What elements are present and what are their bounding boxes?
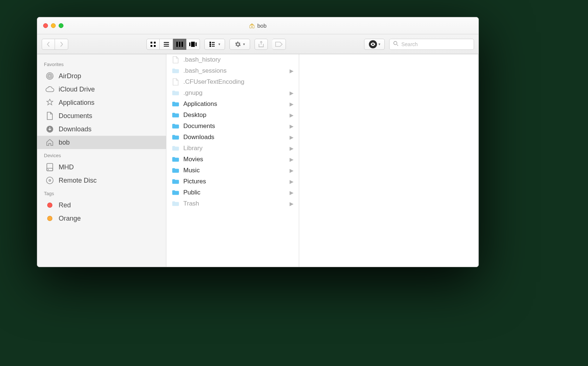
file-row[interactable]: .gnupg▶: [166, 87, 299, 99]
sidebar-item-airdrop[interactable]: AirDrop: [37, 69, 166, 83]
group-by-button[interactable]: ▾: [204, 39, 225, 50]
chevron-right-icon: ▶: [290, 68, 294, 74]
minimize-window-button[interactable]: [51, 23, 56, 28]
toolbar: ▾ ▾ ▾: [37, 34, 478, 54]
sidebar-item-remote-disc[interactable]: Remote Disc: [37, 174, 166, 187]
action-menu-button[interactable]: ▾: [229, 39, 250, 50]
column-browser: .bash_history.bash_sessions▶.CFUserTextE…: [166, 54, 478, 267]
chevron-down-icon: ▾: [378, 42, 380, 46]
gallery-view-button[interactable]: [186, 39, 200, 50]
sidebar-item-orange[interactable]: Orange: [37, 212, 166, 225]
svg-rect-1: [154, 42, 156, 44]
file-row[interactable]: Public▶: [166, 187, 299, 198]
icon-view-button[interactable]: [146, 39, 160, 50]
file-row[interactable]: Documents▶: [166, 121, 299, 132]
svg-rect-2: [151, 45, 152, 47]
sidebar-item-label: AirDrop: [59, 72, 81, 80]
disk-icon: [45, 163, 54, 172]
folder-icon: [172, 189, 180, 197]
file-name: .gnupg: [183, 89, 203, 97]
chevron-right-icon: ▶: [290, 145, 294, 151]
sidebar-item-label: Documents: [59, 112, 92, 120]
chevron-right-icon: ▶: [290, 101, 294, 107]
tags-button[interactable]: [272, 39, 286, 50]
svg-rect-13: [210, 42, 211, 43]
sidebar-item-applications[interactable]: Applications: [37, 96, 166, 109]
svg-rect-11: [191, 42, 195, 47]
svg-rect-12: [196, 42, 197, 46]
sidebar-item-label: iCloud Drive: [59, 86, 95, 93]
folder-icon: [172, 166, 180, 175]
list-view-button[interactable]: [160, 39, 173, 50]
file-name: Documents: [183, 122, 215, 130]
sidebar-item-downloads[interactable]: Downloads: [37, 122, 166, 136]
sidebar-heading: Devices: [37, 149, 166, 160]
file-row[interactable]: Downloads▶: [166, 132, 299, 143]
file-name: Music: [183, 167, 200, 174]
folder-icon: [172, 144, 180, 152]
back-button[interactable]: [42, 39, 55, 50]
file-row[interactable]: .bash_sessions▶: [166, 65, 299, 76]
file-name: Applications: [183, 100, 217, 108]
file-name: .bash_sessions: [183, 67, 226, 75]
file-row[interactable]: Movies▶: [166, 154, 299, 165]
file-row[interactable]: Pictures▶: [166, 176, 299, 187]
search-field[interactable]: [389, 39, 474, 50]
sidebar-item-label: Applications: [59, 99, 94, 107]
file-row[interactable]: .bash_history: [166, 54, 299, 65]
zoom-window-button[interactable]: [59, 23, 63, 28]
share-button[interactable]: [255, 39, 268, 50]
sidebar-item-red[interactable]: Red: [37, 198, 166, 212]
chevron-right-icon: ▶: [290, 90, 294, 96]
svg-rect-10: [189, 42, 190, 46]
sidebar-heading: Favorites: [37, 58, 166, 69]
file-name: Public: [183, 189, 200, 196]
file-row[interactable]: Applications▶: [166, 99, 299, 110]
svg-rect-8: [179, 42, 180, 47]
svg-rect-0: [151, 42, 152, 44]
close-window-button[interactable]: [43, 23, 48, 28]
svg-rect-17: [210, 45, 211, 47]
chevron-right-icon: ▶: [290, 112, 294, 118]
search-icon: [393, 41, 398, 47]
svg-rect-7: [176, 42, 178, 47]
svg-rect-9: [181, 42, 183, 47]
column-1[interactable]: .bash_history.bash_sessions▶.CFUserTextE…: [166, 54, 299, 267]
chevron-right-icon: ▶: [290, 201, 294, 207]
sidebar-item-label: Downloads: [59, 125, 91, 133]
chevron-right-icon: ▶: [290, 190, 294, 196]
reveal-hidden-button[interactable]: ▾: [364, 39, 385, 50]
sidebar-heading: Tags: [37, 187, 166, 198]
window-title: bob: [37, 23, 478, 29]
sidebar-item-label: bob: [59, 139, 70, 146]
file-row[interactable]: Music▶: [166, 165, 299, 176]
file-row[interactable]: Library▶: [166, 143, 299, 154]
file-icon: [172, 56, 180, 64]
sidebar-item-documents[interactable]: Documents: [37, 109, 166, 122]
finder-window: bob: [37, 17, 479, 267]
chevron-right-icon: ▶: [290, 179, 294, 184]
folder-icon: [172, 111, 180, 119]
column-2[interactable]: [299, 54, 478, 267]
sidebar-item-label: Red: [59, 201, 71, 209]
file-row[interactable]: Desktop▶: [166, 110, 299, 121]
traffic-lights: [43, 23, 63, 28]
tag-icon: [45, 214, 54, 223]
arrange-group: ▾: [204, 39, 225, 50]
forward-button[interactable]: [55, 39, 68, 50]
search-input[interactable]: [401, 41, 470, 48]
sidebar-item-label: Orange: [59, 215, 81, 222]
sidebar-item-mhd[interactable]: MHD: [37, 160, 166, 174]
action-group: ▾: [229, 39, 250, 50]
folder-icon: [172, 67, 180, 75]
doc-icon: [45, 111, 54, 120]
file-name: Trash: [183, 200, 199, 207]
svg-point-26: [48, 169, 49, 170]
file-row[interactable]: Trash▶: [166, 198, 299, 209]
sidebar-item-bob[interactable]: bob: [37, 136, 166, 149]
file-row[interactable]: .CFUserTextEncoding: [166, 76, 299, 87]
sidebar-item-icloud-drive[interactable]: iCloud Drive: [37, 83, 166, 96]
column-view-button[interactable]: [173, 39, 186, 50]
folder-icon: [172, 89, 180, 97]
svg-rect-14: [212, 42, 215, 43]
